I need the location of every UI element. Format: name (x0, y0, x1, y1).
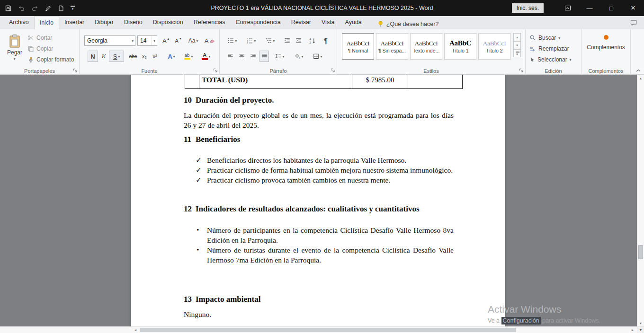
shrink-font-button[interactable]: A▾ (172, 35, 184, 46)
tab-referencias[interactable]: Referencias (188, 16, 231, 29)
bold-button[interactable]: N (88, 51, 98, 62)
vertical-scrollbar[interactable]: ▲ ▼ (637, 75, 644, 326)
text-highlight-button[interactable]: ab▾ (181, 51, 196, 62)
tab-ayuda[interactable]: Ayuda (340, 16, 367, 29)
comments-icon[interactable] (630, 19, 637, 26)
superscript-button[interactable]: x² (150, 51, 160, 62)
sort-button[interactable]: AZ (307, 35, 317, 46)
minimize-button[interactable]: — (579, 0, 600, 16)
styles-gallery-more-button[interactable]: ▾ (513, 49, 521, 57)
align-center-button[interactable] (237, 51, 246, 62)
text-effects-button[interactable]: A▾ (165, 51, 178, 62)
style-normal[interactable]: AaBbCcI¶ Normal (342, 33, 374, 60)
tab-dibujar[interactable]: Dibujar (89, 16, 119, 29)
table-row[interactable]: TOTAL (USD) $ 7985.00 (185, 75, 463, 89)
heading-number: 11 (184, 135, 196, 144)
vertical-scroll-thumb[interactable] (638, 245, 643, 259)
tab-vista[interactable]: Vista (316, 16, 340, 29)
tab-inicio[interactable]: Inicio (34, 16, 59, 29)
watermark-suffix: para activar Windows. (541, 317, 600, 324)
tab-archivo[interactable]: Archivo (4, 16, 34, 29)
heading-number: 12 (184, 204, 196, 214)
redo-icon[interactable] (31, 5, 38, 12)
copy-label: Copiar (36, 45, 53, 52)
ribbon-display-options-icon[interactable] (557, 4, 579, 12)
maximize-button[interactable]: □ (600, 0, 622, 16)
line-spacing-button[interactable]: ▾ (273, 51, 286, 62)
show-paragraph-marks-button[interactable]: ¶ (321, 35, 331, 46)
underline-button[interactable]: S▾ (109, 51, 124, 62)
change-case-button[interactable]: Aa▾ (186, 35, 201, 46)
undo-icon[interactable] (18, 5, 25, 12)
tell-me-box[interactable]: ¿Qué desea hacer? (377, 16, 439, 29)
group-addins: Complementos Complementos (581, 29, 631, 75)
heading-text: Duración del proyecto. (196, 96, 274, 105)
scrollbar-corner[interactable]: ▼ (637, 326, 644, 333)
tab-insertar[interactable]: Insertar (59, 16, 89, 29)
styles-gallery-up-button[interactable]: ▴ (513, 33, 521, 41)
document-page[interactable]: TOTAL (USD) $ 7985.00 10Duración del pro… (131, 75, 505, 326)
format-painter-button[interactable]: Copiar formato (27, 55, 74, 64)
tab-revisar[interactable]: Revisar (286, 16, 316, 29)
customize-quick-access-button[interactable]: ▾ (71, 6, 75, 10)
grow-font-button[interactable]: A▴ (160, 35, 171, 46)
strikethrough-button[interactable]: abc (127, 51, 139, 62)
clear-formatting-button[interactable]: A (203, 35, 217, 46)
scroll-down-icon[interactable]: ▼ (637, 320, 644, 326)
styles-gallery-down-button[interactable]: ▾ (513, 41, 521, 49)
align-right-button[interactable] (248, 51, 258, 62)
copy-button[interactable]: Copiar (27, 44, 53, 53)
select-button[interactable]: Seleccionar ▾ (529, 55, 571, 64)
style-heading-1[interactable]: AaBbCTítulo 1 (444, 33, 476, 60)
table-cell-empty-2 (408, 75, 463, 88)
save-icon[interactable] (5, 5, 12, 12)
cursor-arrow-icon (529, 57, 535, 63)
align-right-icon (250, 53, 257, 60)
heading-12: 12Indicadores de resultados alcanzados: … (184, 204, 420, 214)
italic-button[interactable]: K (98, 51, 109, 62)
subscript-button[interactable]: x₂ (139, 51, 150, 62)
next-page-icon[interactable]: ▼ (639, 328, 643, 332)
horizontal-scroll-thumb[interactable] (140, 328, 516, 332)
tab-correspondencia[interactable]: Correspondencia (230, 16, 286, 29)
style-sample: AaBbCcI (415, 40, 438, 47)
grow-font-glyph: A (162, 37, 167, 44)
close-button[interactable]: × (622, 0, 644, 16)
replace-button[interactable]: ab Reemplazar (529, 44, 569, 53)
increase-indent-button[interactable] (294, 35, 303, 46)
font-color-button[interactable]: A▾ (199, 51, 213, 62)
decrease-indent-button[interactable] (282, 35, 292, 46)
shading-button[interactable]: ▾ (292, 51, 305, 62)
scroll-left-icon[interactable]: ◄ (132, 327, 139, 333)
collapse-ribbon-icon[interactable] (635, 69, 641, 72)
sign-in-button[interactable]: Inic. ses. (512, 3, 544, 13)
style-no-spacing[interactable]: AaBbCcI¶ Sin espa... (376, 33, 408, 60)
style-name: Título 2 (486, 48, 502, 53)
align-left-button[interactable] (225, 51, 235, 62)
horizontal-scrollbar[interactable]: ◄ ► (0, 326, 637, 333)
style-heading-2[interactable]: AaBbCcITítulo 2 (478, 33, 510, 60)
scroll-right-icon[interactable]: ► (629, 327, 636, 333)
new-document-icon[interactable] (58, 5, 64, 12)
find-button[interactable]: Buscar ▾ (529, 33, 560, 43)
check-icon: ✓ (196, 155, 202, 165)
chevron-down-icon: ▾ (570, 58, 572, 62)
chevron-down-icon: ▾ (118, 54, 120, 59)
addins-button[interactable]: Complementos (581, 35, 630, 51)
multilevel-list-button[interactable]: ▾ (263, 35, 277, 46)
style-indent-text[interactable]: AaBbCcITexto inde... (410, 33, 442, 60)
paste-button[interactable]: Pegar ▾ (4, 32, 26, 72)
scissors-icon (27, 35, 34, 41)
scroll-up-icon[interactable]: ▲ (637, 75, 644, 81)
bullets-button[interactable]: ▾ (225, 35, 239, 46)
tab-disposicion[interactable]: Disposición (148, 16, 188, 29)
font-size-combobox[interactable]: 14 ▾ (137, 35, 157, 46)
font-family-combobox[interactable]: Georgia ▾ (84, 35, 135, 46)
cut-button[interactable]: Cortar (27, 33, 52, 43)
tab-diseno[interactable]: Diseño (119, 16, 148, 29)
justify-button[interactable] (259, 51, 269, 62)
numbering-button[interactable]: 123▾ (244, 35, 258, 46)
strikethrough-glyph: abc (129, 53, 137, 59)
borders-button[interactable]: ▾ (311, 51, 324, 62)
ink-pen-icon[interactable] (45, 5, 52, 12)
